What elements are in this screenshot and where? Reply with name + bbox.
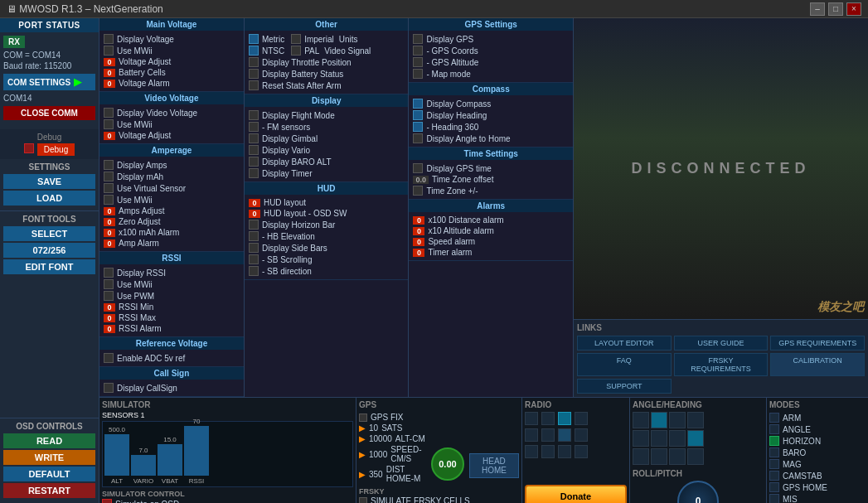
voltage-adj-vid-row: 0 Voltage Adjust (104, 130, 240, 141)
write-button[interactable]: WRITE (3, 450, 95, 465)
map-mode-check[interactable] (413, 69, 423, 79)
edit-font-button[interactable]: EDIT FONT (3, 259, 95, 274)
sb-direction-check[interactable] (249, 266, 259, 276)
logo-overlay: 模友之吧 (817, 300, 864, 315)
sb-scrolling-check[interactable] (249, 254, 259, 264)
rssi-pwm-check[interactable] (104, 291, 114, 301)
disconnected-text: DISCONNECTED (631, 160, 810, 177)
support-link[interactable]: SUPPORT (577, 379, 672, 394)
gps-requirements-link[interactable]: GPS REQUIREMENTS (770, 336, 865, 351)
display-voltage-check[interactable] (104, 34, 114, 44)
close-button[interactable]: × (846, 2, 861, 16)
pal-check[interactable] (291, 46, 301, 56)
restart-button[interactable]: RESTART (3, 483, 95, 498)
mah-check[interactable] (104, 172, 114, 181)
battery-cells-row: 0 Battery Cells (104, 67, 240, 78)
load-button[interactable]: LOAD (3, 191, 95, 206)
save-button[interactable]: SAVE (3, 174, 95, 189)
mwii-amp-check[interactable] (104, 195, 114, 205)
user-guide-link[interactable]: USER GUIDE (674, 336, 769, 351)
donate-button[interactable]: Donate (525, 485, 627, 503)
flight-mode-check[interactable] (249, 110, 259, 120)
simulate-osd-check[interactable] (102, 499, 112, 503)
alt-row: ▶ 10000 ALT-CM (359, 433, 519, 444)
compass-check[interactable] (413, 99, 423, 109)
debug-checkbox[interactable] (24, 143, 34, 153)
heading-check[interactable] (413, 110, 423, 120)
frsky-requirements-link[interactable]: FRSKY REQUIREMENTS (674, 353, 769, 376)
gps-fix-check[interactable] (359, 414, 367, 422)
imperial-check[interactable] (291, 34, 301, 44)
timer-check[interactable] (249, 168, 259, 178)
gps-check[interactable] (413, 34, 423, 44)
ntsc-check[interactable] (249, 46, 259, 56)
gps-bottom-title: GPS (359, 400, 519, 409)
gps-coords-check[interactable] (413, 46, 423, 56)
close-comm-button[interactable]: CLOSE COMM (3, 106, 95, 120)
default-button[interactable]: DEFAULT (3, 467, 95, 481)
baro-alt-check[interactable] (249, 157, 259, 167)
heading360-check[interactable] (413, 122, 423, 132)
battery-status-check[interactable] (249, 69, 259, 79)
maximize-button[interactable]: □ (828, 2, 843, 16)
faq-link[interactable]: FAQ (577, 353, 672, 376)
settings-title: SETTINGS (3, 162, 95, 172)
virtual-sensor-check[interactable] (104, 183, 114, 193)
select-button[interactable]: SELECT (3, 226, 95, 241)
amp-check[interactable] (104, 160, 114, 170)
rssi-alarm-badge: 0 (104, 325, 115, 333)
head-home-button[interactable]: HEAD HOME (469, 453, 519, 478)
radio-cell-3 (558, 412, 571, 425)
gps-bottom-panel: GPS GPS FIX ▶ 10 SATS ▶ 10000 ALT-CM (356, 398, 522, 503)
debug-badge: Debug (37, 143, 75, 156)
alt-bar (104, 434, 129, 476)
vbat-bar-wrapper: 15.0 VBAT (158, 436, 182, 485)
sim-chart: 500.0 ALT 7.0 VARIO 15.0 VBAT (102, 421, 353, 487)
bottom-panels: SIMULATOR SENSORS 1 500.0 ALT 7.0 VARIO … (99, 398, 868, 503)
hb-elev-check[interactable] (249, 231, 259, 241)
rssi-check[interactable] (104, 268, 114, 278)
use-mwii-check[interactable] (104, 46, 114, 56)
angle-home-check[interactable] (413, 133, 423, 143)
layout-editor-link[interactable]: LAYOUT EDITOR (577, 336, 672, 351)
vario-value: 7.0 (138, 447, 148, 454)
com-settings-label: COM SETTINGS (7, 78, 70, 87)
gimbal-check[interactable] (249, 133, 259, 143)
gps-alt-check[interactable] (413, 57, 423, 67)
side-bars-check[interactable] (249, 243, 259, 253)
hud-header: HUD (245, 182, 409, 195)
use-mwii-vid-row: Use MWii (104, 118, 240, 130)
use-mwii-vid-check[interactable] (104, 119, 114, 129)
fm-sensors-check[interactable] (249, 122, 259, 132)
reset-stats-check[interactable] (249, 80, 259, 90)
angle-cell-8 (687, 430, 704, 447)
gps-time-check[interactable] (413, 163, 423, 173)
col3: GPS Settings Display GPS - GPS Coords - … (409, 18, 574, 397)
rssi-bar-value: 70 (193, 418, 201, 425)
radio-cell-9 (525, 445, 538, 458)
calibration-link[interactable]: CALIBRATION (770, 353, 865, 376)
voltage-adj-vid-badge: 0 (104, 132, 115, 140)
minimize-button[interactable]: – (810, 2, 825, 16)
camstab-indicator (769, 471, 779, 481)
angle-cell-6 (651, 430, 667, 447)
read-button[interactable]: READ (3, 433, 95, 448)
metric-check[interactable] (249, 34, 259, 44)
adc-check[interactable] (104, 353, 114, 363)
modes-panel: MODES ARM ANGLE HORIZON BARO MAG CAMSTAB… (767, 398, 868, 503)
tz-offset-badge: 0.0 (413, 176, 429, 184)
rssi-mwii-check[interactable] (104, 279, 114, 289)
com-settings-button[interactable]: COM SETTINGS ▶ (3, 74, 95, 90)
display-video-check[interactable] (104, 108, 114, 118)
angle-grid (633, 412, 764, 465)
frsky-cells-check[interactable] (359, 497, 367, 504)
vario-check[interactable] (249, 145, 259, 155)
tz-sign-check[interactable] (413, 186, 423, 196)
mis-indicator (769, 494, 779, 503)
throttle-check[interactable] (249, 57, 259, 67)
font-number-button[interactable]: 072/256 (3, 243, 95, 258)
rssi-bar-wrapper: 70 RSSI (184, 418, 209, 485)
roll-pitch-gauge: 0 (677, 481, 719, 503)
horizon-bar-check[interactable] (249, 220, 259, 230)
callsign-check[interactable] (104, 383, 114, 393)
